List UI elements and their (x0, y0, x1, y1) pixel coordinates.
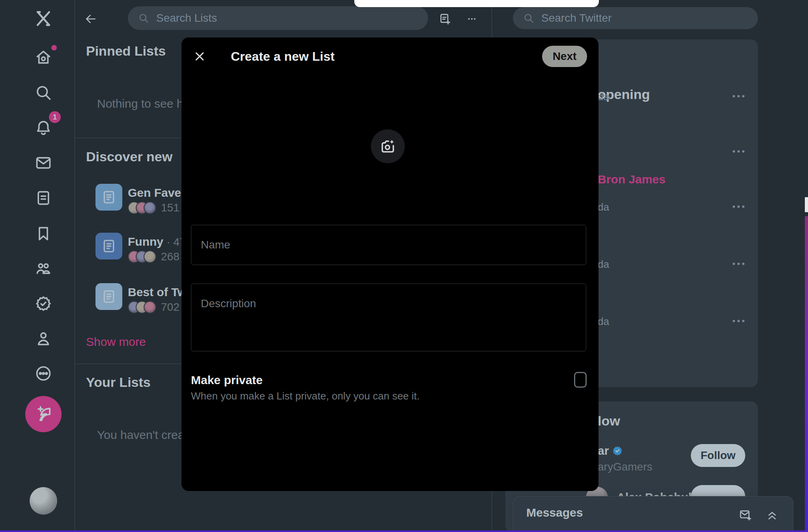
trend-more-icon[interactable] (728, 91, 749, 101)
make-private-checkbox[interactable] (574, 372, 587, 388)
nav-notifications-icon[interactable]: 1 (24, 114, 62, 140)
trend-meta: da (598, 258, 609, 271)
nav-lists-icon[interactable] (24, 185, 62, 211)
list-description-input[interactable] (191, 284, 586, 351)
search-lists-input[interactable] (156, 12, 367, 24)
list-description-field[interactable] (191, 284, 586, 351)
camera-icon (380, 138, 396, 155)
member-avatars (128, 202, 156, 214)
member-avatars (128, 250, 156, 263)
list-cover-icon (95, 283, 122, 310)
make-private-description: When you make a List private, only you c… (191, 390, 420, 402)
trend-more-icon[interactable] (728, 259, 749, 269)
list-name-field[interactable] (191, 225, 586, 265)
trend-meta: da (598, 91, 609, 103)
scrollbar-thumb[interactable] (805, 197, 808, 212)
messages-title: Messages (526, 506, 583, 519)
search-lists-bar[interactable] (128, 6, 428, 30)
list-title: Best of Tw (128, 286, 187, 299)
list-cover-icon (95, 184, 122, 211)
new-list-icon[interactable] (436, 10, 453, 28)
search-icon (523, 13, 534, 24)
home-unread-dot (51, 45, 57, 50)
nav-messages-icon[interactable] (24, 150, 62, 176)
list-title: Funny · 47 (128, 235, 186, 248)
search-icon (138, 13, 149, 24)
nav-profile-icon[interactable] (24, 325, 62, 351)
create-list-modal: Create a new List Next Make private When… (181, 37, 599, 491)
scrollbar-accent (805, 216, 808, 532)
nav-communities-icon[interactable] (24, 255, 62, 281)
list-meta: 268 f (128, 250, 185, 263)
x-logo[interactable] (24, 6, 62, 32)
show-more-link[interactable]: Show more (86, 335, 146, 349)
list-meta: 702 f (128, 301, 185, 314)
expand-drawer-icon[interactable] (764, 507, 780, 523)
list-cover-icon (95, 233, 122, 259)
next-button[interactable]: Next (542, 46, 587, 67)
pinned-lists-heading: Pinned Lists (86, 43, 166, 59)
follow-button[interactable]: Follow (691, 444, 745, 467)
add-cover-photo-button[interactable] (371, 129, 405, 163)
account-avatar[interactable] (30, 487, 57, 515)
toast-notification (354, 0, 599, 7)
your-lists-heading: Your Lists (86, 375, 151, 390)
pinned-empty-text: Nothing to see he (97, 97, 190, 110)
modal-title: Create a new List (231, 49, 335, 64)
trend-meta: da (598, 315, 609, 328)
back-button[interactable] (83, 11, 99, 27)
search-twitter-bar[interactable] (513, 7, 758, 29)
suggestion-handle: aryGamers (598, 461, 652, 473)
member-avatars (128, 301, 156, 314)
trend-more-icon[interactable] (728, 202, 749, 211)
nav-verified-icon[interactable] (24, 291, 62, 317)
suggestion-name[interactable]: ar (598, 444, 623, 457)
nav-more-icon[interactable] (24, 360, 62, 386)
new-message-icon[interactable] (737, 507, 753, 523)
trend-more-icon[interactable] (728, 316, 749, 326)
list-name-input[interactable] (191, 225, 586, 265)
notifications-badge: 1 (49, 111, 61, 123)
nav-explore-icon[interactable] (24, 80, 62, 106)
discover-heading: Discover new (86, 149, 172, 164)
trend-title[interactable]: Bron James (598, 173, 666, 186)
messages-drawer[interactable]: Messages (513, 496, 793, 532)
bottom-accent-bar (0, 530, 808, 532)
x-lists-page: 1 (0, 0, 808, 532)
who-to-follow-heading: low (598, 413, 620, 429)
more-options-icon[interactable] (463, 10, 481, 28)
close-icon[interactable] (191, 48, 208, 65)
search-twitter-input[interactable] (541, 12, 713, 24)
compose-button[interactable] (25, 396, 62, 432)
make-private-label: Make private (191, 373, 263, 387)
list-title: Gen Faves (128, 186, 188, 200)
trend-meta: da (598, 201, 609, 213)
nav-bookmarks-icon[interactable] (24, 220, 62, 246)
verified-badge-icon (612, 445, 623, 456)
trend-more-icon[interactable] (728, 147, 749, 156)
nav-home-icon[interactable] (24, 44, 62, 70)
your-lists-empty-text: You haven't creat (97, 428, 188, 442)
left-nav-rail: 1 (0, 0, 75, 532)
